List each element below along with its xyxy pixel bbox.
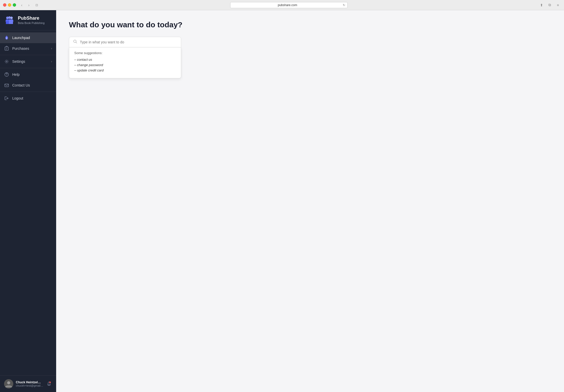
sidebar-item-settings[interactable]: Settings › xyxy=(0,56,56,67)
extensions-button[interactable]: ≡ xyxy=(555,2,561,8)
purchases-chevron-icon: › xyxy=(51,47,52,50)
app-window: PubShare Beta Book Publishing Launchpad xyxy=(0,10,564,392)
sidebar-brand: PubShare Beta Book Publishing xyxy=(0,10,56,30)
reader-view-button[interactable]: ⊡ xyxy=(34,3,39,7)
minimize-button[interactable] xyxy=(8,3,11,7)
search-input[interactable] xyxy=(80,40,177,44)
logout-label: Logout xyxy=(12,96,52,100)
search-box xyxy=(69,37,181,47)
sidebar-item-purchases[interactable]: Purchases › xyxy=(0,43,56,54)
tabs-button[interactable]: ⧉ xyxy=(547,2,553,8)
brand-name: PubShare xyxy=(18,16,45,21)
user-email: chuckh+test@gmail.com xyxy=(16,384,43,387)
address-bar[interactable]: pubshare.com ↻ xyxy=(230,2,348,8)
sidebar-item-logout[interactable]: Logout xyxy=(0,93,56,104)
user-name: Chuck Heintzelman xyxy=(16,381,43,384)
suggestion-contact-us[interactable]: – contact us xyxy=(74,57,176,62)
brand-subtitle: Beta Book Publishing xyxy=(18,21,45,25)
launchpad-icon xyxy=(4,35,9,40)
user-info: Chuck Heintzelman chuckh+test@gmail.com xyxy=(16,381,43,387)
search-icon xyxy=(73,40,77,45)
forward-button[interactable]: › xyxy=(26,3,32,7)
browser-chrome: ‹ › ⊡ pubshare.com ↻ ⬆ ⧉ ≡ xyxy=(0,0,564,10)
close-button[interactable] xyxy=(3,3,6,7)
nav-divider-3 xyxy=(0,92,56,92)
avatar xyxy=(4,379,13,388)
purchases-label: Purchases xyxy=(12,46,48,51)
svg-point-14 xyxy=(49,382,51,383)
purchases-icon xyxy=(4,46,9,51)
svg-point-13 xyxy=(7,381,10,384)
address-bar-container: pubshare.com ↻ xyxy=(42,2,536,8)
main-content: What do you want to do today? Some sugge… xyxy=(56,10,564,392)
traffic-lights xyxy=(3,3,16,7)
svg-point-8 xyxy=(6,61,7,62)
logout-icon xyxy=(4,96,9,101)
help-label: Help xyxy=(12,72,52,77)
brand-logo xyxy=(4,15,15,26)
sidebar-nav: Launchpad Purchases › xyxy=(0,30,56,375)
page-title: What do you want to do today? xyxy=(69,20,551,29)
nav-divider-2 xyxy=(0,68,56,68)
svg-point-5 xyxy=(8,16,11,19)
svg-point-10 xyxy=(6,76,7,76)
url-display: pubshare.com xyxy=(232,3,343,7)
sidebar: PubShare Beta Book Publishing Launchpad xyxy=(0,10,56,392)
sidebar-footer: Chuck Heintzelman chuckh+test@gmail.com xyxy=(0,375,56,392)
sidebar-item-launchpad[interactable]: Launchpad xyxy=(0,32,56,43)
suggestions-dropdown: Some suggestions: – contact us – change … xyxy=(69,47,181,78)
search-container: Some suggestions: – contact us – change … xyxy=(69,37,551,78)
sidebar-item-contact-us[interactable]: Contact Us xyxy=(0,80,56,91)
browser-nav-buttons: ‹ › xyxy=(19,3,32,7)
help-icon xyxy=(4,72,9,77)
maximize-button[interactable] xyxy=(13,3,16,7)
sidebar-item-help[interactable]: Help xyxy=(0,69,56,80)
suggestion-change-password[interactable]: – change password xyxy=(74,62,176,68)
suggestion-update-credit-card[interactable]: – update credit card xyxy=(74,68,176,73)
nav-divider-1 xyxy=(0,55,56,55)
svg-rect-11 xyxy=(5,84,9,87)
back-button[interactable]: ‹ xyxy=(19,3,25,7)
svg-point-6 xyxy=(6,38,7,39)
reload-button[interactable]: ↻ xyxy=(343,3,345,7)
contact-us-icon xyxy=(4,83,9,88)
launchpad-label: Launchpad xyxy=(12,36,52,40)
share-button[interactable]: ⬆ xyxy=(538,2,545,8)
notification-button[interactable] xyxy=(46,381,52,387)
browser-actions: ⬆ ⧉ ≡ xyxy=(538,2,561,8)
suggestions-title: Some suggestions: xyxy=(74,51,176,55)
settings-label: Settings xyxy=(12,59,48,64)
bell-icon xyxy=(46,381,52,386)
settings-chevron-icon: › xyxy=(51,60,52,63)
contact-us-label: Contact Us xyxy=(12,83,52,87)
settings-icon xyxy=(4,59,9,64)
brand-text: PubShare Beta Book Publishing xyxy=(18,16,45,25)
